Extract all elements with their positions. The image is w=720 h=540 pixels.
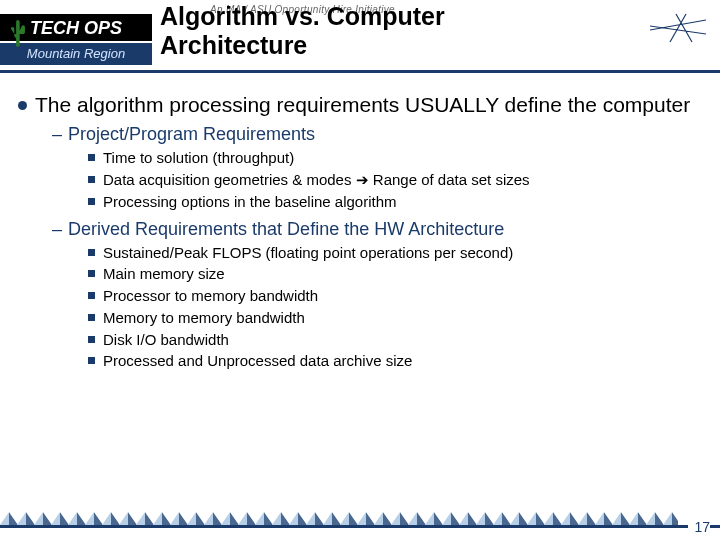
square-bullet-icon [88, 154, 95, 161]
main-bullet: The algorithm processing requirements US… [18, 92, 702, 118]
sub-heading-2: –Derived Requirements that Define the HW… [52, 219, 702, 240]
list-item-text: Memory to memory bandwidth [103, 307, 305, 329]
main-bullet-text: The algorithm processing requirements US… [35, 92, 690, 118]
list-item: Time to solution (throughput) [88, 147, 702, 169]
list-item: Main memory size [88, 263, 702, 285]
sub-list-1: Time to solution (throughput) Data acqui… [88, 147, 702, 212]
list-item-text: Main memory size [103, 263, 225, 285]
list-item-text: Time to solution (throughput) [103, 147, 294, 169]
mountain-border-icon [0, 512, 678, 526]
slide-title: Algorithm vs. Computer Architecture [160, 2, 640, 60]
logo-top-label: TECH OPS [30, 18, 122, 38]
square-bullet-icon [88, 314, 95, 321]
square-bullet-icon [88, 357, 95, 364]
bullet-dot-icon [18, 101, 27, 110]
logo-top-text: TECH OPS [0, 14, 152, 43]
footer-divider [0, 525, 720, 528]
title-line-1: Algorithm vs. Computer [160, 2, 445, 30]
slide-footer: 17 [0, 510, 720, 540]
list-item-text: Data acquisition geometries & modes ➔ Ra… [103, 169, 530, 191]
square-bullet-icon [88, 336, 95, 343]
list-item: Sustained/Peak FLOPS (floating point ope… [88, 242, 702, 264]
list-item: Memory to memory bandwidth [88, 307, 702, 329]
list-item: Processor to memory bandwidth [88, 285, 702, 307]
square-bullet-icon [88, 270, 95, 277]
list-item-text: Processor to memory bandwidth [103, 285, 318, 307]
title-line-2: Architecture [160, 31, 307, 59]
slide-header: TECH OPS Mountain Region An MA / ASU Opp… [0, 0, 720, 78]
page-number: 17 [688, 519, 710, 535]
sub-heading-1-text: Project/Program Requirements [68, 124, 315, 144]
list-item-text: Disk I/O bandwidth [103, 329, 229, 351]
list-item-text: Processing options in the baseline algor… [103, 191, 397, 213]
square-bullet-icon [88, 176, 95, 183]
title-area: Algorithm vs. Computer Architecture [160, 0, 640, 68]
square-bullet-icon [88, 198, 95, 205]
dash-icon: – [52, 219, 62, 239]
list-item-text: Sustained/Peak FLOPS (floating point ope… [103, 242, 513, 264]
square-bullet-icon [88, 292, 95, 299]
slide-content: The algorithm processing requirements US… [0, 78, 720, 372]
org-logo: TECH OPS Mountain Region [0, 0, 152, 78]
cactus-icon [8, 20, 26, 50]
list-item: Processing options in the baseline algor… [88, 191, 702, 213]
dash-icon: – [52, 124, 62, 144]
square-bullet-icon [88, 249, 95, 256]
list-item: Data acquisition geometries & modes ➔ Ra… [88, 169, 702, 191]
header-divider [0, 70, 720, 73]
list-item: Disk I/O bandwidth [88, 329, 702, 351]
sub-list-2: Sustained/Peak FLOPS (floating point ope… [88, 242, 702, 373]
star-icon [648, 12, 708, 44]
sub-heading-1: –Project/Program Requirements [52, 124, 702, 145]
list-item: Processed and Unprocessed data archive s… [88, 350, 702, 372]
list-item-text: Processed and Unprocessed data archive s… [103, 350, 412, 372]
sub-heading-2-text: Derived Requirements that Define the HW … [68, 219, 504, 239]
